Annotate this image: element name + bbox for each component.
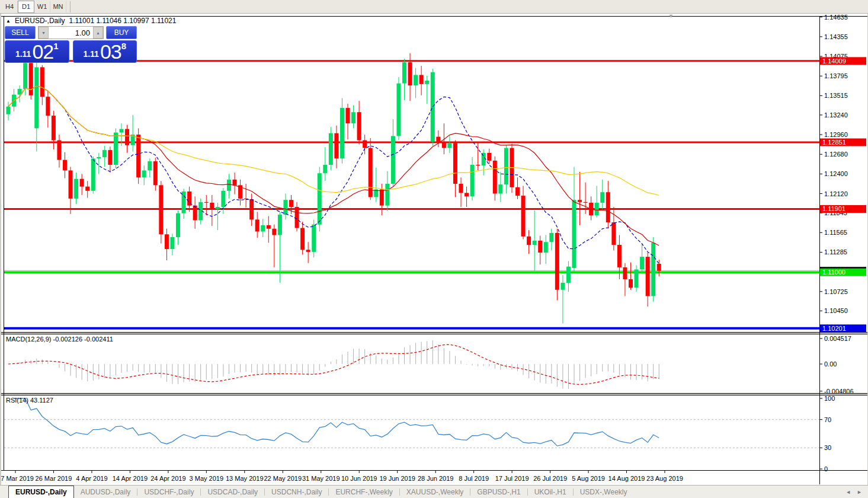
svg-text:17 Mar 2019: 17 Mar 2019 — [0, 475, 34, 482]
timeframe-button-w1[interactable]: W1 — [34, 1, 50, 12]
svg-text:0: 0 — [824, 465, 828, 473]
svg-text:1.10201: 1.10201 — [822, 325, 846, 332]
svg-text:0.00: 0.00 — [824, 360, 837, 368]
sell-price-sup: 1 — [53, 41, 58, 51]
svg-text:1.12851: 1.12851 — [822, 139, 846, 146]
svg-text:31 May 2019: 31 May 2019 — [302, 475, 340, 482]
svg-text:1.14009: 1.14009 — [822, 58, 846, 65]
window-left-edge — [0, 14, 1, 498]
volume-group: ▼ 1.00 ▲ — [38, 26, 104, 39]
timeframe-button-d1[interactable]: D1 — [18, 1, 34, 13]
svg-text:1.12400: 1.12400 — [824, 170, 848, 177]
svg-text:-0.004806: -0.004806 — [824, 388, 854, 395]
sell-price[interactable]: 1.11 02 1 — [5, 40, 69, 63]
tab-scroll-right-icon[interactable]: ► — [857, 489, 862, 495]
tab-eurchf-weekly[interactable]: EURCHF-,Weekly — [329, 486, 399, 498]
tab-usdx-weekly[interactable]: USDX-,Weekly — [574, 486, 634, 498]
buy-price-big: 03 — [100, 42, 121, 61]
svg-text:19 Jun 2019: 19 Jun 2019 — [379, 475, 415, 482]
timeframe-button-h4[interactable]: H4 — [2, 1, 18, 12]
buy-button[interactable]: BUY — [106, 26, 137, 39]
svg-text:22 May 2019: 22 May 2019 — [264, 475, 302, 482]
symbol-title: EURUSD-,Daily — [15, 17, 65, 25]
svg-text:1.13795: 1.13795 — [824, 72, 848, 79]
buy-price-sup: 8 — [121, 41, 126, 51]
svg-text:1.14635: 1.14635 — [824, 14, 848, 21]
collapse-panel-icon[interactable]: ▲ — [6, 18, 11, 24]
svg-text:26 Mar 2019: 26 Mar 2019 — [36, 475, 72, 482]
sell-price-small: 1.11 — [15, 49, 31, 59]
svg-text:1.12120: 1.12120 — [824, 190, 848, 197]
sell-price-big: 02 — [32, 42, 53, 61]
tab-usdchf-daily[interactable]: USDCHF-,Daily — [137, 486, 200, 498]
mt4-window: 17 Mar 201926 Mar 20194 Apr 201914 Apr 2… — [0, 0, 868, 498]
tab-audusd-daily[interactable]: AUDUSD-,Daily — [74, 486, 137, 498]
svg-text:1.10725: 1.10725 — [824, 288, 848, 295]
sell-button[interactable]: SELL — [5, 26, 36, 39]
svg-text:1.13240: 1.13240 — [824, 111, 848, 119]
macd-indicator-label: MACD(12,26,9) -0.002126 -0.002411 — [6, 336, 113, 343]
svg-text:13 May 2019: 13 May 2019 — [226, 475, 264, 482]
chart-title: ▲ EURUSD-,Daily 1.11001 1.11046 1.10997 … — [6, 17, 178, 25]
svg-text:17 Jul 2019: 17 Jul 2019 — [495, 475, 529, 482]
svg-text:23 Aug 2019: 23 Aug 2019 — [646, 475, 683, 482]
chart-shift-marker-icon[interactable]: ▼ — [668, 13, 674, 19]
tab-ukoil-h1[interactable]: UKOil-,H1 — [528, 486, 573, 498]
tab-gbpusd-h1[interactable]: GBPUSD-,H1 — [470, 486, 527, 498]
svg-text:1.11901: 1.11901 — [822, 205, 845, 212]
svg-text:26 Jul 2019: 26 Jul 2019 — [533, 475, 567, 482]
svg-text:1.14355: 1.14355 — [824, 33, 848, 40]
svg-text:1.11000: 1.11000 — [822, 269, 845, 276]
svg-text:8 Jul 2019: 8 Jul 2019 — [459, 475, 489, 482]
volume-increment-button[interactable]: ▲ — [93, 27, 103, 39]
svg-text:1.11565: 1.11565 — [824, 229, 847, 236]
svg-text:1.12680: 1.12680 — [824, 151, 848, 158]
chart-canvas[interactable]: 17 Mar 201926 Mar 20194 Apr 201914 Apr 2… — [0, 0, 868, 498]
svg-text:1.11285: 1.11285 — [824, 248, 847, 256]
svg-text:3 May 2019: 3 May 2019 — [190, 475, 223, 482]
rsi-indicator-label: RSI(14) 43.1127 — [6, 397, 53, 404]
tab-scroll-left-icon[interactable]: ◄ — [845, 489, 851, 495]
svg-text:14 Apr 2019: 14 Apr 2019 — [113, 475, 148, 482]
svg-text:1.13515: 1.13515 — [824, 92, 848, 99]
toolbar-separator — [70, 1, 71, 12]
timeframe-toolbar: H4 D1 W1 MN — [0, 0, 868, 14]
svg-text:28 Jun 2019: 28 Jun 2019 — [418, 475, 454, 482]
svg-text:1.10450: 1.10450 — [824, 307, 848, 314]
svg-text:14 Aug 2019: 14 Aug 2019 — [608, 475, 645, 482]
svg-text:1.12960: 1.12960 — [824, 131, 848, 138]
volume-decrement-button[interactable]: ▼ — [39, 27, 49, 39]
tab-usdcnh-daily[interactable]: USDCNH-,Daily — [265, 486, 328, 498]
buy-price-small: 1.11 — [83, 49, 98, 59]
tab-eurusd-daily[interactable]: EURUSD-,Daily — [8, 486, 74, 498]
svg-text:30: 30 — [824, 444, 831, 451]
svg-text:0.004517: 0.004517 — [824, 335, 851, 342]
tab-xauusd-weekly[interactable]: XAUUSD-,Weekly — [400, 486, 470, 498]
ohlc-quote: 1.11001 1.11046 1.10997 1.11021 — [69, 17, 177, 25]
one-click-trade-panel: SELL ▼ 1.00 ▲ BUY 1.11 02 1 1.11 03 8 — [5, 26, 137, 63]
svg-text:70: 70 — [824, 416, 831, 423]
symbol-tab-bar: EURUSD-,Daily AUDUSD-,Daily USDCHF-,Dail… — [0, 485, 868, 498]
svg-text:5 Aug 2019: 5 Aug 2019 — [572, 475, 605, 482]
svg-text:10 Jun 2019: 10 Jun 2019 — [341, 475, 377, 482]
svg-text:24 Apr 2019: 24 Apr 2019 — [150, 475, 185, 482]
tab-usdcad-daily[interactable]: USDCAD-,Daily — [201, 486, 264, 498]
svg-text:100: 100 — [824, 395, 835, 402]
timeframe-button-mn[interactable]: MN — [50, 1, 66, 12]
svg-text:4 Apr 2019: 4 Apr 2019 — [76, 475, 107, 482]
buy-price[interactable]: 1.11 03 8 — [73, 40, 137, 63]
volume-input[interactable]: 1.00 — [49, 27, 93, 39]
